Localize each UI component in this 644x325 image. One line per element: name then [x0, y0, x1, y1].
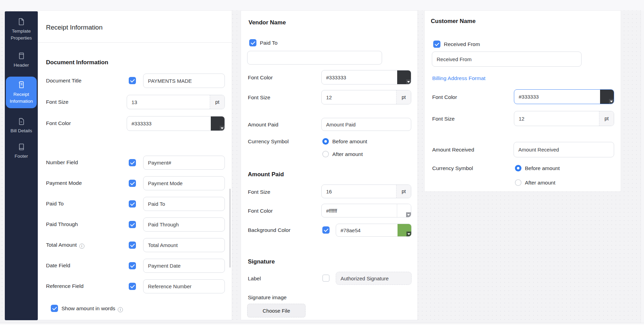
- vendor-font-color-swatch[interactable]: [397, 70, 411, 84]
- font-size-input[interactable]: [127, 95, 210, 109]
- sidebar-item-label: Footer: [14, 153, 28, 160]
- customer-after-amount-label: After amount: [525, 179, 555, 187]
- background-color-checkbox[interactable]: [322, 226, 330, 234]
- sidebar-item-label: ReceiptInformation: [10, 91, 33, 105]
- customer-currency-symbol-label: Currency Symbol: [432, 165, 473, 172]
- customer-font-color-label: Font Color: [432, 93, 457, 101]
- total-amount-input[interactable]: [143, 238, 225, 252]
- document-title-checkbox[interactable]: [129, 77, 136, 84]
- top-strip: [0, 0, 644, 10]
- font-color-swatch[interactable]: [211, 116, 225, 131]
- paid-through-label: Paid Through: [46, 221, 78, 228]
- vendor-font-color-group: [321, 70, 411, 85]
- page-title: Receipt Information: [46, 24, 103, 31]
- customer-after-amount-radio[interactable]: [515, 179, 521, 186]
- font-color-input[interactable]: [127, 116, 211, 131]
- background-color-swatch[interactable]: [398, 224, 411, 236]
- font-size-group: pt: [127, 95, 225, 109]
- reference-field-label: Reference Field: [46, 282, 83, 290]
- payment-mode-input[interactable]: [143, 176, 225, 190]
- amount-paid-font-color-swatch[interactable]: [397, 204, 411, 217]
- vendor-name-input[interactable]: [247, 51, 382, 65]
- bill-details-icon: [17, 117, 26, 126]
- date-field-checkbox[interactable]: [129, 262, 136, 269]
- show-amount-in-words-checkbox[interactable]: [51, 305, 58, 312]
- sidebar-item-template-properties[interactable]: TemplateProperties: [5, 15, 38, 42]
- amount-paid-field-input[interactable]: [321, 118, 411, 131]
- template-editor-window: TemplateProperties Header ReceiptInforma…: [0, 0, 644, 325]
- customer-font-size-group: pt: [514, 111, 614, 126]
- amount-paid-font-color-group: [321, 204, 411, 217]
- paid-to-label: Paid To: [46, 200, 64, 208]
- divider: [38, 42, 232, 43]
- number-field-input[interactable]: [143, 156, 225, 170]
- choose-file-button[interactable]: Choose File: [247, 304, 306, 317]
- payment-mode-checkbox[interactable]: [129, 180, 136, 187]
- total-amount-checkbox[interactable]: [129, 242, 136, 249]
- sidebar-item-label: TemplateProperties: [11, 28, 32, 42]
- date-field-input[interactable]: [143, 259, 225, 273]
- customer-font-size-input[interactable]: [514, 111, 599, 126]
- signature-label-input[interactable]: [336, 272, 412, 285]
- signature-label-checkbox[interactable]: [322, 274, 330, 282]
- customer-font-color-swatch[interactable]: [600, 90, 614, 104]
- swatch-caret-icon: [609, 99, 614, 104]
- vendor-font-size-label: Font Size: [248, 94, 270, 101]
- vendor-after-amount-radio[interactable]: [322, 151, 329, 157]
- vendor-before-amount-radio[interactable]: [322, 138, 329, 145]
- vendor-font-size-input[interactable]: [322, 90, 396, 104]
- customer-name-title: Customer Name: [431, 18, 475, 25]
- billing-address-format-link[interactable]: Billing Address Format: [432, 75, 485, 81]
- section-title-document-information: Document Information: [46, 59, 108, 66]
- reference-field-checkbox[interactable]: [129, 283, 136, 290]
- font-color-group: [127, 116, 225, 131]
- paid-to-checkbox[interactable]: [129, 200, 136, 208]
- header-icon: [17, 52, 26, 60]
- sidebar-item-label: Bill Details: [10, 127, 32, 134]
- vendor-font-color-input[interactable]: [322, 70, 397, 84]
- customer-name-input[interactable]: [432, 52, 582, 67]
- show-amount-in-words-label: Show amount in wordsi: [61, 305, 123, 312]
- total-amount-label: Total Amounti: [46, 241, 84, 249]
- paid-through-input[interactable]: [143, 217, 225, 232]
- sidebar-item-receipt-information[interactable]: ReceiptInformation: [6, 77, 37, 108]
- receipt-information-panel: Receipt Information Document Information…: [38, 10, 232, 320]
- font-size-label: Font Size: [46, 98, 68, 106]
- info-icon[interactable]: i: [79, 244, 84, 249]
- amount-paid-section-title: Amount Paid: [248, 171, 284, 178]
- number-field-checkbox[interactable]: [129, 159, 136, 166]
- number-field-label: Number Field: [46, 159, 78, 166]
- font-size-unit: pt: [210, 95, 225, 109]
- sidebar-item-bill-details[interactable]: Bill Details: [5, 114, 38, 134]
- customer-before-amount-radio[interactable]: [515, 165, 521, 171]
- vendor-paid-to-checkbox[interactable]: [249, 39, 256, 46]
- amount-paid-font-size-input[interactable]: [322, 185, 396, 198]
- signature-label-label: Label: [248, 275, 261, 282]
- document-title-input[interactable]: [143, 74, 225, 88]
- font-color-label: Font Color: [46, 120, 71, 127]
- sidebar-item-label: Header: [14, 62, 29, 69]
- footer-icon: [17, 143, 26, 151]
- paid-through-checkbox[interactable]: [129, 221, 136, 228]
- amount-paid-font-size-group: pt: [321, 184, 411, 198]
- swatch-caret-icon: [406, 232, 411, 236]
- customer-font-color-group: [514, 89, 614, 104]
- background-color-input[interactable]: [336, 224, 398, 236]
- customer-font-color-input[interactable]: [514, 90, 600, 104]
- info-icon[interactable]: i: [118, 307, 123, 312]
- vendor-font-size-group: pt: [321, 90, 411, 104]
- amount-received-input[interactable]: [514, 142, 614, 157]
- amount-received-label: Amount Received: [432, 146, 474, 154]
- reference-field-input[interactable]: [143, 279, 225, 293]
- sidebar: TemplateProperties Header ReceiptInforma…: [5, 11, 38, 320]
- sidebar-item-header[interactable]: Header: [5, 52, 38, 69]
- amount-paid-font-color-input[interactable]: [322, 204, 397, 217]
- paid-to-input[interactable]: [143, 197, 225, 211]
- amount-paid-field-label: Amount Paid: [248, 121, 278, 128]
- received-from-checkbox[interactable]: [433, 41, 440, 48]
- sidebar-item-footer[interactable]: Footer: [5, 143, 38, 161]
- background-color-group: [336, 224, 412, 237]
- panel-scrollbar[interactable]: [229, 189, 231, 268]
- viewport-scrollbar[interactable]: [641, 10, 644, 323]
- vendor-font-size-unit: pt: [396, 90, 411, 104]
